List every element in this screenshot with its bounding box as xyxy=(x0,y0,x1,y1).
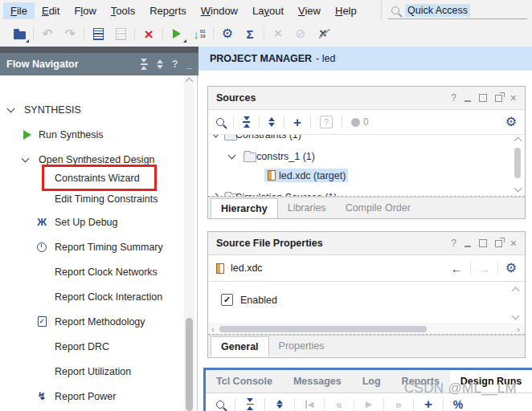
maximize-icon[interactable] xyxy=(479,239,487,247)
scroll-up-icon[interactable] xyxy=(514,137,522,145)
float-icon[interactable] xyxy=(495,240,502,247)
collapse-all-icon[interactable] xyxy=(141,59,148,71)
minimize-icon[interactable]: _ xyxy=(186,59,192,70)
cancel-button[interactable]: × xyxy=(268,24,289,43)
quick-access[interactable]: Quick Access xyxy=(381,0,532,21)
tab-compile-order[interactable]: Compile Order xyxy=(336,197,420,218)
float-icon[interactable] xyxy=(495,95,502,102)
chevron-down-icon[interactable] xyxy=(7,105,15,113)
go-first-button[interactable]: ◀ xyxy=(303,400,316,409)
maximize-icon[interactable] xyxy=(479,94,487,102)
run-button[interactable]: ▶ xyxy=(362,399,375,409)
tab-general[interactable]: General xyxy=(211,336,269,356)
menu-item-view[interactable]: View xyxy=(291,2,328,19)
probe-button[interactable]: ⊘ xyxy=(290,24,311,43)
tab-hierarchy[interactable]: Hierarchy xyxy=(211,198,278,218)
paste-button[interactable] xyxy=(110,24,131,43)
flow-item-edit-timing-constraints[interactable]: Edit Timing Constraints xyxy=(0,192,184,206)
flow-item-report-timing-summary[interactable]: Report Timing Summary xyxy=(0,240,184,254)
flow-item-report-methodology[interactable]: ✓Report Methodology xyxy=(0,315,184,328)
menu-item-layout[interactable]: Layout xyxy=(245,2,291,19)
undo-button[interactable]: ↶ xyxy=(37,24,58,43)
bar xyxy=(305,401,307,409)
unprobe-button[interactable]: × xyxy=(313,24,334,43)
clock-icon xyxy=(37,242,47,252)
minimize-icon[interactable] xyxy=(464,239,471,247)
flow-item-report-drc[interactable]: Report DRC xyxy=(0,340,184,353)
help-icon[interactable]: ? xyxy=(172,59,178,70)
gear-icon[interactable]: ⚙ xyxy=(505,262,517,275)
xdc-file-icon xyxy=(216,263,224,274)
report-summary-button[interactable]: Σ xyxy=(239,24,260,43)
menu-item-window[interactable]: Window xyxy=(194,2,245,19)
menu-item-flow[interactable]: Flow xyxy=(67,2,103,19)
menu-item-file[interactable]: File xyxy=(3,2,35,19)
tab-libraries[interactable]: Libraries xyxy=(278,197,336,218)
chevron-down-icon[interactable] xyxy=(212,135,220,137)
gear-icon[interactable]: ⚙ xyxy=(505,116,517,128)
chevron-down-icon[interactable] xyxy=(22,155,30,163)
flow-item-set-up-debug[interactable]: ЖSet Up Debug xyxy=(0,215,184,229)
bar xyxy=(243,121,250,123)
scrollbar-thumb[interactable] xyxy=(219,326,427,332)
triangle-up xyxy=(243,124,250,128)
go-previous-button[interactable]: « xyxy=(333,399,346,410)
help-icon[interactable]: ? xyxy=(451,238,456,249)
open-project-button[interactable] xyxy=(9,24,30,43)
run-button[interactable] xyxy=(166,24,187,43)
tab-tcl-console[interactable]: Tcl Console xyxy=(206,370,283,393)
menu-item-help[interactable]: Help xyxy=(328,2,364,19)
chevron-down-icon[interactable] xyxy=(228,152,236,160)
tree-row-led-xdc-target-[interactable]: led.xdc (target) xyxy=(208,169,509,182)
close-icon[interactable]: × xyxy=(510,92,517,104)
search-button[interactable] xyxy=(214,401,227,409)
chevron-right-icon[interactable] xyxy=(212,193,220,197)
close-icon[interactable]: × xyxy=(510,238,517,249)
scroll-down-icon[interactable] xyxy=(514,185,522,193)
menu-item-tools[interactable]: Tools xyxy=(104,2,142,19)
redo-button[interactable]: ↷ xyxy=(59,24,80,43)
scroll-right-icon[interactable]: › xyxy=(517,324,520,335)
help-icon[interactable]: ? xyxy=(451,92,456,104)
menu-item-reports[interactable]: Reports xyxy=(142,2,194,19)
forward-arrow-icon[interactable]: → xyxy=(478,262,490,275)
enabled-checkbox[interactable]: ✓ xyxy=(221,294,233,306)
properties-horizontal-scrollbar[interactable]: ‹ › xyxy=(208,324,525,335)
flow-item-report-clock-interaction[interactable]: Report Clock Interaction xyxy=(0,290,184,303)
collapse-all-button[interactable] xyxy=(243,398,256,410)
flow-item-report-clock-networks[interactable]: Report Clock Networks xyxy=(0,265,184,279)
percent-icon: % xyxy=(453,398,463,411)
sources-tree-scrollbar[interactable] xyxy=(512,135,523,196)
scroll-up-icon[interactable] xyxy=(186,78,194,86)
tree-row-constraints-1-[interactable]: Constraints (1) xyxy=(208,135,509,141)
percent-button[interactable]: % xyxy=(452,398,464,411)
add-button[interactable]: + xyxy=(422,397,435,411)
expand-all-button[interactable] xyxy=(273,400,286,409)
settings-button[interactable]: ⚙ xyxy=(217,24,238,43)
quick-access-value[interactable]: Quick Access xyxy=(405,4,470,17)
flow-item-report-utilization[interactable]: Report Utilization xyxy=(0,364,184,378)
scrollbar-thumb[interactable] xyxy=(514,148,521,178)
flow-navigator-scrollbar[interactable] xyxy=(184,75,194,411)
go-next-button[interactable]: » xyxy=(392,399,405,410)
tab-properties[interactable]: Properties xyxy=(269,336,334,356)
scrollbar-thumb[interactable] xyxy=(186,318,193,411)
tree-row-simulation-sources-1-[interactable]: Simulation Sources (1) xyxy=(208,190,509,197)
flow-item-report-power[interactable]: ↯Report Power xyxy=(0,389,184,403)
minimize-icon[interactable] xyxy=(464,94,471,102)
flow-item-synthesis[interactable]: SYNTHESIS xyxy=(0,103,184,116)
scroll-down-icon[interactable] xyxy=(512,312,520,320)
expand-all-icon[interactable] xyxy=(157,59,163,69)
delete-button[interactable]: × xyxy=(138,24,159,43)
document-button[interactable] xyxy=(88,24,108,43)
back-arrow-icon[interactable]: ← xyxy=(451,262,463,275)
tree-row-constrs-1-1-[interactable]: constrs_1 (1) xyxy=(208,149,509,163)
scroll-left-icon[interactable]: ‹ xyxy=(211,324,215,335)
generate-bitstream-button[interactable]: ↓0110 xyxy=(189,24,210,43)
expand-all-icon xyxy=(268,117,275,127)
flow-item-run-synthesis[interactable]: Run Synthesis xyxy=(0,128,184,141)
tab-log[interactable]: Log xyxy=(352,370,391,393)
scroll-up-icon[interactable] xyxy=(512,287,520,295)
menu-item-edit[interactable]: Edit xyxy=(35,2,67,19)
tab-messages[interactable]: Messages xyxy=(283,370,352,393)
